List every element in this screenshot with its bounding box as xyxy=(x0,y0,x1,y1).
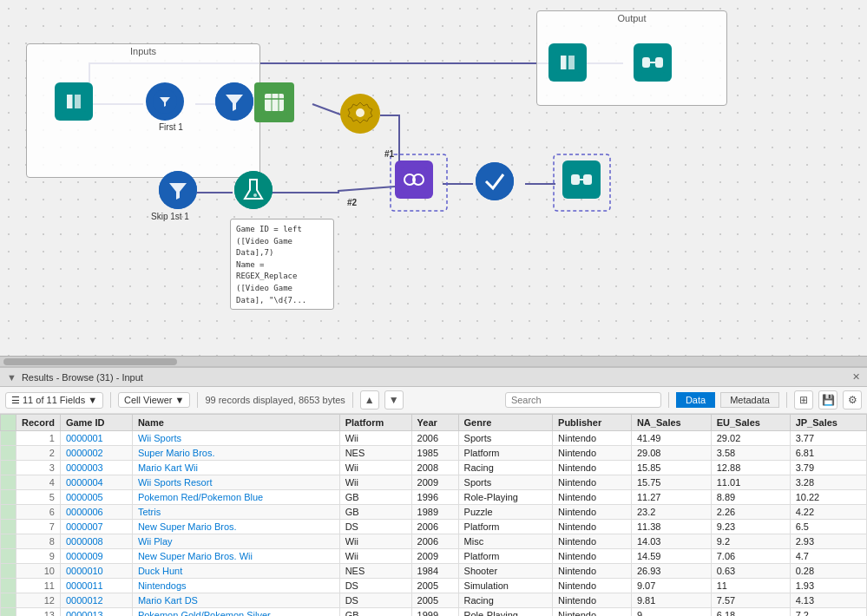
table-cell: 11.38 xyxy=(631,520,711,534)
table-cell: 4.22 xyxy=(790,505,866,520)
table-cell: 3.77 xyxy=(790,431,866,446)
table-cell: 2005 xyxy=(411,579,458,593)
table-cell: 9.07 xyxy=(631,579,711,593)
table-cell: 0000012 xyxy=(60,593,132,608)
col-header-jp-sales: JP_Sales xyxy=(790,415,866,431)
table-row[interactable]: 120000012Mario Kart DSDS2005RacingNinten… xyxy=(1,593,867,608)
table-cell: Nintendo xyxy=(553,549,632,564)
results-panel: ▼ Results - Browse (31) - Input ✕ ☰ 11 o… xyxy=(0,366,867,616)
join-icon[interactable] xyxy=(395,161,433,199)
table-cell: DS xyxy=(339,579,411,593)
svg-rect-32 xyxy=(555,50,580,75)
fields-button[interactable]: ☰ 11 of 11 Fields ▼ xyxy=(5,392,103,409)
binoculars-output-icon[interactable] xyxy=(634,43,672,82)
table-cell: 2006 xyxy=(411,534,458,549)
copy-button[interactable]: ⊞ xyxy=(794,390,813,410)
table-row[interactable]: 70000007New Super Mario Bros.DS2006Platf… xyxy=(1,520,867,534)
svg-point-20 xyxy=(356,108,365,117)
data-table[interactable]: RecordGame IDNamePlatformYearGenrePublis… xyxy=(0,414,867,616)
table-cell: 8.89 xyxy=(711,490,790,505)
table-cell: 0.28 xyxy=(790,564,866,579)
skip1st-icon[interactable] xyxy=(159,171,197,209)
table-cell: Pokemon Red/Pokemon Blue xyxy=(132,490,339,505)
scroll-up-button[interactable]: ▲ xyxy=(360,390,379,410)
tab-data[interactable]: Data xyxy=(676,392,715,408)
table-row[interactable]: 50000005Pokemon Red/Pokemon BlueGB1996Ro… xyxy=(1,490,867,505)
table-cell: Sports xyxy=(458,431,553,446)
col-header-genre: Genre xyxy=(458,415,553,431)
table-row[interactable]: 100000010Duck HuntNES1984ShooterNintendo… xyxy=(1,564,867,579)
table-cell: 3.28 xyxy=(790,475,866,490)
svg-rect-15 xyxy=(265,94,284,111)
book-output-icon[interactable] xyxy=(548,43,587,82)
tab-metadata[interactable]: Metadata xyxy=(720,392,779,408)
table-cell: 3.79 xyxy=(790,461,866,475)
results-collapse[interactable]: ▼ xyxy=(7,372,16,383)
svg-point-23 xyxy=(253,193,257,197)
table-cell: Puzzle xyxy=(458,505,553,520)
save-button[interactable]: 💾 xyxy=(818,390,837,410)
table-cell: Pokemon Gold/Pokemon Silver xyxy=(132,608,339,617)
svg-rect-29 xyxy=(571,174,580,185)
results-close[interactable]: ✕ xyxy=(852,371,860,383)
table-cell: 0000007 xyxy=(60,520,132,534)
formula-input-icon[interactable] xyxy=(254,82,294,122)
table-row[interactable]: 10000001Wii SportsWii2006SportsNintendo4… xyxy=(1,431,867,446)
table-cell: 1999 xyxy=(411,608,458,617)
table-cell: 2.93 xyxy=(790,534,866,549)
table-cell: 11 xyxy=(711,579,790,593)
table-row[interactable]: 80000008Wii PlayWii2006MiscNintendo14.03… xyxy=(1,534,867,549)
first1-label: First 1 xyxy=(159,122,183,132)
filter1-icon[interactable] xyxy=(146,82,184,121)
list-icon: ☰ xyxy=(11,395,20,406)
table-cell: DS xyxy=(339,520,411,534)
table-cell: Racing xyxy=(458,593,553,608)
validate-icon[interactable] xyxy=(476,162,514,200)
canvas-scrollbar[interactable] xyxy=(0,356,867,366)
table-cell: Misc xyxy=(458,534,553,549)
output-group-title: Output xyxy=(537,11,726,25)
table-cell: 10 xyxy=(16,564,61,579)
table-cell: Super Mario Bros. xyxy=(132,446,339,461)
table-cell: Platform xyxy=(458,549,553,564)
canvas-scrollbar-thumb[interactable] xyxy=(3,358,177,365)
table-row[interactable]: 20000002Super Mario Bros.NES1985Platform… xyxy=(1,446,867,461)
table-row[interactable]: 30000003Mario Kart WiiWii2008RacingNinte… xyxy=(1,461,867,475)
col-header-year: Year xyxy=(411,415,458,431)
table-row[interactable]: 90000009New Super Mario Bros. WiiWii2009… xyxy=(1,549,867,564)
table-cell: Wii xyxy=(339,475,411,490)
table-cell: Nintendo xyxy=(553,446,632,461)
results-table: RecordGame IDNamePlatformYearGenrePublis… xyxy=(0,414,867,616)
table-cell: 23.2 xyxy=(631,505,711,520)
table-row[interactable]: 40000004Wii Sports ResortWii2009SportsNi… xyxy=(1,475,867,490)
table-cell: 9 xyxy=(631,608,711,617)
table-row[interactable]: 130000013Pokemon Gold/Pokemon SilverGB19… xyxy=(1,608,867,617)
records-info: 99 records displayed, 8653 bytes xyxy=(205,395,345,405)
gear-icon[interactable] xyxy=(340,94,380,134)
table-cell: Tetris xyxy=(132,505,339,520)
table-cell: Mario Kart Wii xyxy=(132,461,339,475)
table-cell: Wii xyxy=(339,549,411,564)
more-button[interactable]: ⚙ xyxy=(843,390,862,410)
browse-output-icon[interactable] xyxy=(562,161,601,199)
table-cell: Role-Playing xyxy=(458,490,553,505)
table-cell: 5 xyxy=(16,490,61,505)
table-cell: 2 xyxy=(16,446,61,461)
table-cell: 11.27 xyxy=(631,490,711,505)
filter2-icon[interactable] xyxy=(215,82,253,121)
table-row[interactable]: 110000011NintendogsDS2005SimulationNinte… xyxy=(1,579,867,593)
flask-icon[interactable] xyxy=(234,171,273,209)
table-cell: 0000010 xyxy=(60,564,132,579)
scroll-down-button[interactable]: ▼ xyxy=(384,390,404,410)
search-input[interactable] xyxy=(505,392,661,408)
results-toolbar: ☰ 11 of 11 Fields ▼ Cell Viewer ▼ 99 rec… xyxy=(0,387,867,414)
table-cell: Nintendogs xyxy=(132,579,339,593)
table-cell: 2006 xyxy=(411,431,458,446)
cell-viewer-button[interactable]: Cell Viewer ▼ xyxy=(118,392,190,408)
table-row[interactable]: 60000006TetrisGB1989PuzzleNintendo23.22.… xyxy=(1,505,867,520)
col-header-name: Name xyxy=(132,415,339,431)
separator2 xyxy=(197,392,198,408)
table-cell: Nintendo xyxy=(553,520,632,534)
book-input-icon[interactable] xyxy=(55,82,93,121)
table-cell: 0000009 xyxy=(60,549,132,564)
